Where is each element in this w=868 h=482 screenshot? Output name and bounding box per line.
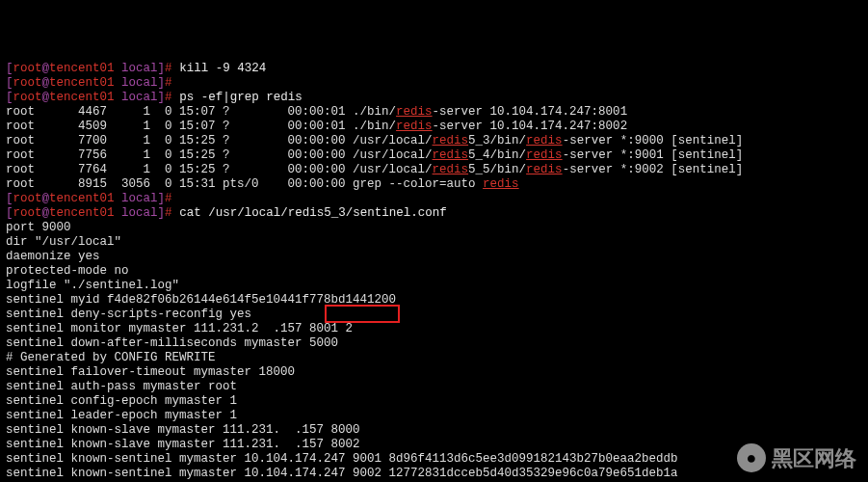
config-line: sentinel known-slave mymaster 111.231. .… [6, 423, 862, 438]
config-line: sentinel config-epoch mymaster 1 [6, 394, 862, 409]
prompt-line: [root@tencent01 local]# [6, 192, 862, 206]
process-row: root 4509 1 0 15:07 ? 00:00:01 ./bin/red… [6, 120, 862, 134]
process-row: root 7764 1 0 15:25 ? 00:00:00 /usr/loca… [6, 163, 862, 177]
config-line: sentinel failover-timeout mymaster 18000 [6, 365, 862, 380]
prompt-line: [root@tencent01 local]# [6, 76, 862, 91]
config-line: logfile "./sentinel.log" [6, 279, 862, 293]
prompt-line: [root@tencent01 local]# ps -ef|grep redi… [6, 91, 862, 105]
process-row: root 4467 1 0 15:07 ? 00:00:01 ./bin/red… [6, 105, 862, 120]
config-line: sentinel known-slave mymaster 111.231. .… [6, 438, 862, 452]
config-line: sentinel known-sentinel mymaster 10.104.… [6, 452, 862, 467]
process-row: root 7700 1 0 15:25 ? 00:00:00 /usr/loca… [6, 134, 862, 148]
config-line: port 9000 [6, 221, 862, 235]
config-line-monitor: sentinel monitor mymaster 111.231.2 .157… [6, 322, 862, 336]
config-line: protected-mode no [6, 264, 862, 279]
prompt-line: [root@tencent01 local]# cat /usr/local/r… [6, 206, 862, 221]
prompt-line: [root@tencent01 local]# kill -9 4324 [6, 62, 862, 76]
config-line: sentinel auth-pass mymaster root [6, 380, 862, 394]
config-line: sentinel down-after-milliseconds mymaste… [6, 336, 862, 351]
config-line: sentinel myid f4de82f06b26144e614f5e1044… [6, 293, 862, 308]
terminal-output: [root@tencent01 local]# kill -9 4324[roo… [6, 62, 862, 482]
config-line: sentinel known-sentinel mymaster 10.104.… [6, 467, 862, 481]
config-line: sentinel leader-epoch mymaster 1 [6, 409, 862, 423]
process-row: root 7756 1 0 15:25 ? 00:00:00 /usr/loca… [6, 148, 862, 163]
process-row: root 8915 3056 0 15:31 pts/0 00:00:00 gr… [6, 177, 862, 192]
config-line: # Generated by CONFIG REWRITE [6, 351, 862, 365]
config-line: sentinel deny-scripts-reconfig yes [6, 308, 862, 322]
config-line: dir "/usr/local" [6, 235, 862, 250]
config-line: daemonize yes [6, 250, 862, 264]
